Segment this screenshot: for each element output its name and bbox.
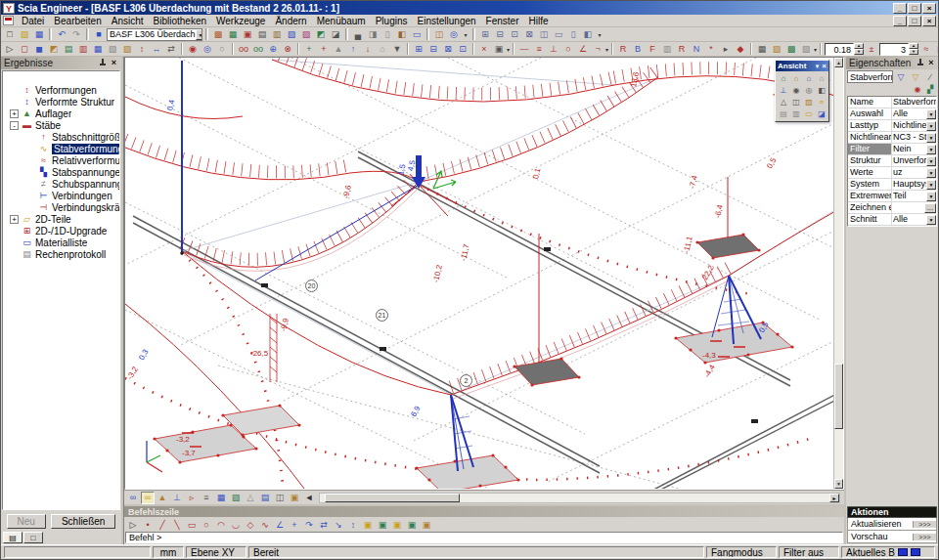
mesh-icon[interactable]: ▦ [226,28,240,41]
render-options-icon[interactable]: ▩ [784,43,798,56]
chevron-down-icon[interactable]: ▼ [196,29,202,40]
table-icon[interactable]: ◩ [314,28,328,41]
ansicht-palette[interactable]: Ansicht ▼ × ⌂⌂⌂⌂⊥◉◎◧△◫▨¤▤▥▭◪ [775,60,829,122]
link-active-icon[interactable]: ∞ [141,492,155,504]
window-new-icon[interactable]: ▭ [552,28,565,41]
undo-icon[interactable]: ↶ [55,28,68,41]
zoom-all-icon[interactable]: △ [778,97,789,108]
add-member-icon[interactable]: + [302,43,316,56]
window-split-v-icon[interactable]: ⊡ [508,28,521,41]
tree-item-stäbe[interactable]: -▬Stäbe [3,119,119,131]
rotate-tool-icon[interactable]: ↷ [302,518,316,531]
action-row[interactable]: Aktualisieren >>> [847,518,937,531]
chevron-down-icon[interactable]: ▼ [926,109,936,119]
line-style-icon[interactable]: — [517,43,531,56]
status-units[interactable]: mm [153,546,184,558]
zoom-in-icon[interactable]: ◉ [790,85,802,96]
new-button[interactable]: Neu [7,514,46,529]
move-horizontal-icon[interactable]: ↔ [150,43,163,56]
tree-expander-icon[interactable]: - [10,121,19,130]
angle-style-icon[interactable]: ∠ [576,43,590,56]
snap-icon[interactable]: ◉ [186,43,200,56]
section-view-icon[interactable]: ▥ [660,43,674,56]
calculation-icon[interactable]: ▩ [211,28,225,41]
hinge-icon[interactable]: ⌂ [376,43,389,56]
chain-icon[interactable]: oo [237,43,250,56]
clip-special-icon[interactable]: ⊡ [456,43,470,56]
property-row-auswahl[interactable]: AuswahlAlle▼ [848,108,936,120]
chain2-icon[interactable]: oo [251,43,265,56]
scroll-right-icon[interactable]: ► [829,494,839,502]
property-row-werte[interactable]: Werteuz▼ [848,167,936,179]
property-row-nichtlineare-[interactable]: Nichtlineare ...NC3 - Ständ▼ [848,132,936,144]
tree-item-verformungen[interactable]: ↕Verformungen [3,84,119,96]
dim-tool-icon[interactable]: ∠ [273,518,287,531]
chevron-down-icon[interactable]: ▼ [926,215,936,225]
menu-item-werkzeuge[interactable]: Werkzeuge [211,16,270,26]
clip-copy-icon[interactable]: ⊞ [412,43,425,56]
zoom-window-icon[interactable]: ◧ [816,85,827,96]
stretch-tool-icon[interactable]: ↕ [346,518,360,531]
print-icon[interactable]: ▄ [351,28,365,41]
find-icon[interactable]: ◎ [447,28,461,41]
chevron-down-icon[interactable]: ▼ [814,64,820,69]
spin-down-icon[interactable]: ▼ [854,49,864,55]
move-tool-icon[interactable]: + [288,518,301,531]
chevron-down-icon[interactable]: ▼ [926,192,936,201]
property-row-filter[interactable]: FilterNein▼ [848,144,936,155]
menu-item-ändern[interactable]: Ändern [270,16,311,26]
print-preview-icon[interactable]: ◨ [366,28,380,41]
select-area-icon[interactable]: ◩ [47,43,61,56]
status-snap-mode[interactable]: Fangmodus [706,546,777,558]
reaction-icon[interactable]: R [616,43,630,56]
mirror-tool-icon[interactable]: ⇄ [317,518,331,531]
node-tool-icon[interactable]: • [141,518,155,531]
hscroll-thumb[interactable] [325,494,460,502]
status-filter[interactable]: Filter aus [779,546,839,558]
pin-icon[interactable] [917,59,923,67]
diamond-icon[interactable]: ◆ [734,43,747,56]
doc-restore-button[interactable]: □ [908,16,921,26]
close-button[interactable]: × [922,3,936,14]
invert-selection-icon[interactable]: ▥ [76,43,90,56]
zoom-out-icon[interactable]: ◎ [803,85,815,96]
property-row-zeichnen-ein-[interactable]: Zeichnen ein...... [848,202,936,214]
tree-item-verbindungskräfte[interactable]: ⊣Verbindungskräfte [3,201,119,213]
view-settings-icon[interactable]: ▣ [288,492,301,504]
normal-force-icon[interactable]: N [690,43,703,56]
chevron-down-icon[interactable]: ▼ [926,121,936,131]
background-icon[interactable]: ▭ [803,108,815,119]
tree-item-materialliste[interactable]: ▭Materialliste [3,237,119,248]
doc-minimize-button[interactable]: _ [893,16,907,26]
chevron-down-icon[interactable]: ▼ [926,133,936,143]
clip-paste-icon[interactable]: ⊠ [441,43,455,56]
select-node-icon[interactable]: ◻ [18,43,31,56]
section-icon[interactable]: ◨ [934,43,939,56]
tab-window-icon[interactable]: □ [23,532,43,543]
corner-style-icon[interactable]: ¬ [591,43,604,56]
drop-icon[interactable]: ▼ [390,43,404,56]
close-panel-button[interactable]: Schließen [51,514,115,529]
doc-close-button[interactable]: × [922,16,936,26]
layout-icon[interactable]: ◪ [329,28,342,41]
action-row[interactable]: Vorschau >>> [847,531,937,543]
pointer-icon[interactable]: ▷ [126,518,140,531]
pin-icon[interactable] [99,59,107,67]
weight-icon[interactable]: △ [244,492,257,504]
tree-expander-icon[interactable]: + [10,215,19,224]
close-icon[interactable]: × [822,62,827,70]
window-single-icon[interactable]: ⊞ [478,28,492,41]
load-view-icon[interactable]: ⊥ [170,492,184,504]
scale-spinner[interactable]: 0.18 ▲▼ [825,43,864,56]
ellipsis-button[interactable]: ... [924,203,936,213]
star-icon[interactable]: * [704,43,718,56]
play-icon[interactable]: ▸ [719,43,733,56]
chevron-down-icon[interactable]: ▼ [926,168,936,178]
menu-item-hilfe[interactable]: Hilfe [523,16,553,26]
restore-button[interactable]: □ [908,3,921,14]
ansicht-palette-title[interactable]: Ansicht ▼ × [776,61,828,71]
delete-icon[interactable]: × [477,43,491,56]
clipboard-icon[interactable]: ◫ [432,28,446,41]
property-row-lasttyp[interactable]: LasttypNichtlineare▼ [848,120,936,132]
save-icon[interactable]: ▦ [32,28,46,41]
